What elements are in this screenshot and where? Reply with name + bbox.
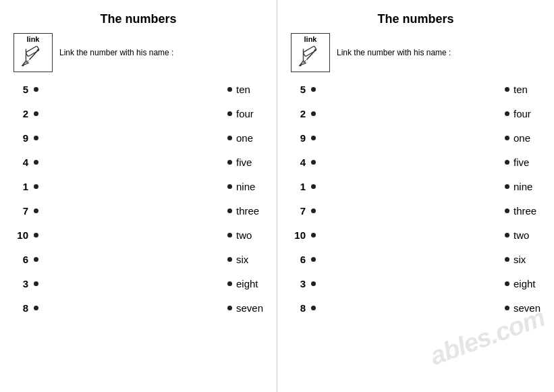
instruction-text: Link the number with his name : bbox=[337, 48, 451, 57]
match-dot-right bbox=[227, 208, 232, 213]
word-label: one bbox=[514, 132, 530, 144]
word-item: five bbox=[505, 153, 529, 171]
svg-point-5 bbox=[37, 49, 39, 51]
word-item: ten bbox=[227, 80, 250, 98]
word-item: seven bbox=[505, 299, 541, 316]
number-item: 6 bbox=[13, 250, 38, 268]
match-dot-right bbox=[227, 136, 232, 140]
match-dot-right bbox=[505, 136, 509, 140]
link-label: link bbox=[304, 35, 317, 43]
match-dot-left bbox=[311, 87, 316, 92]
match-dot-left bbox=[311, 208, 316, 213]
link-box: link bbox=[291, 33, 330, 72]
word-label: eight bbox=[236, 278, 258, 289]
number-label: 9 bbox=[291, 132, 306, 144]
number-item: 5 bbox=[291, 80, 316, 98]
number-label: 2 bbox=[13, 108, 28, 119]
word-label: one bbox=[236, 132, 253, 144]
word-item: nine bbox=[227, 177, 255, 195]
match-dot-left bbox=[311, 111, 316, 116]
pencil-icon bbox=[296, 45, 325, 67]
word-label: six bbox=[514, 254, 526, 265]
match-dot-left bbox=[34, 233, 38, 237]
match-dot-left bbox=[311, 184, 316, 189]
word-item: ten bbox=[505, 80, 528, 98]
instruction-row: link Link the number with his name : bbox=[13, 33, 263, 72]
match-dot-right bbox=[227, 233, 232, 237]
number-item: 7 bbox=[291, 202, 316, 219]
word-label: ten bbox=[514, 84, 528, 95]
number-label: 9 bbox=[13, 132, 28, 144]
word-label: seven bbox=[514, 302, 541, 314]
match-dot-right bbox=[505, 257, 509, 262]
number-item: 10 bbox=[13, 226, 38, 244]
numbers-column: 52941710638 bbox=[291, 80, 316, 316]
word-label: two bbox=[236, 229, 252, 241]
number-item: 10 bbox=[291, 226, 316, 244]
word-item: six bbox=[227, 250, 248, 268]
number-item: 1 bbox=[13, 177, 38, 195]
number-item: 4 bbox=[13, 153, 38, 171]
word-item: nine bbox=[505, 177, 532, 195]
pencil-icon bbox=[18, 45, 48, 67]
match-dot-left bbox=[34, 160, 38, 165]
match-dot-left bbox=[311, 257, 316, 262]
word-label: nine bbox=[514, 181, 532, 192]
number-label: 8 bbox=[291, 302, 306, 314]
number-label: 10 bbox=[13, 229, 28, 241]
word-item: six bbox=[505, 250, 526, 268]
match-dot-right bbox=[227, 257, 232, 262]
word-item: five bbox=[227, 153, 252, 171]
match-dot-right bbox=[505, 208, 509, 213]
number-item: 5 bbox=[13, 80, 38, 98]
number-item: 8 bbox=[13, 299, 38, 316]
number-label: 7 bbox=[291, 205, 306, 217]
number-item: 3 bbox=[13, 275, 38, 292]
match-dot-right bbox=[505, 184, 509, 189]
word-label: five bbox=[514, 157, 529, 168]
number-label: 4 bbox=[13, 157, 28, 168]
word-item: two bbox=[505, 226, 529, 244]
number-label: 2 bbox=[291, 108, 306, 119]
word-label: ten bbox=[236, 84, 250, 95]
match-dot-left bbox=[34, 136, 38, 140]
word-item: eight bbox=[227, 275, 258, 292]
match-dot-right bbox=[505, 233, 509, 237]
number-item: 2 bbox=[291, 105, 316, 122]
match-dot-left bbox=[34, 184, 38, 189]
number-label: 8 bbox=[13, 302, 28, 314]
matching-area: 52941710638tenfouronefiveninethreetwosix… bbox=[291, 80, 541, 316]
number-item: 2 bbox=[13, 105, 38, 122]
number-item: 8 bbox=[291, 299, 316, 316]
match-dot-right bbox=[227, 160, 232, 165]
panel-title: The numbers bbox=[291, 12, 541, 26]
match-dot-left bbox=[34, 111, 38, 116]
number-label: 3 bbox=[13, 278, 28, 289]
match-dot-left bbox=[34, 281, 38, 286]
number-item: 9 bbox=[13, 129, 38, 146]
match-dot-right bbox=[227, 306, 232, 310]
word-label: four bbox=[514, 108, 531, 119]
number-label: 5 bbox=[13, 84, 28, 95]
word-item: one bbox=[505, 129, 530, 146]
number-label: 6 bbox=[13, 254, 28, 265]
svg-point-11 bbox=[314, 49, 316, 51]
number-item: 7 bbox=[13, 202, 38, 219]
word-label: seven bbox=[236, 302, 263, 314]
number-label: 6 bbox=[291, 254, 306, 265]
link-box: link bbox=[13, 33, 53, 72]
word-item: four bbox=[227, 105, 254, 122]
word-item: seven bbox=[227, 299, 263, 316]
match-dot-right bbox=[227, 111, 232, 116]
word-label: two bbox=[514, 229, 529, 241]
match-dot-right bbox=[227, 184, 232, 189]
word-item: four bbox=[505, 105, 531, 122]
number-item: 6 bbox=[291, 250, 316, 268]
word-item: three bbox=[227, 202, 259, 219]
word-label: five bbox=[236, 157, 252, 168]
word-item: eight bbox=[505, 275, 536, 292]
match-dot-left bbox=[311, 306, 316, 310]
word-label: nine bbox=[236, 181, 255, 192]
number-item: 9 bbox=[291, 129, 316, 146]
match-dot-right bbox=[505, 281, 509, 286]
